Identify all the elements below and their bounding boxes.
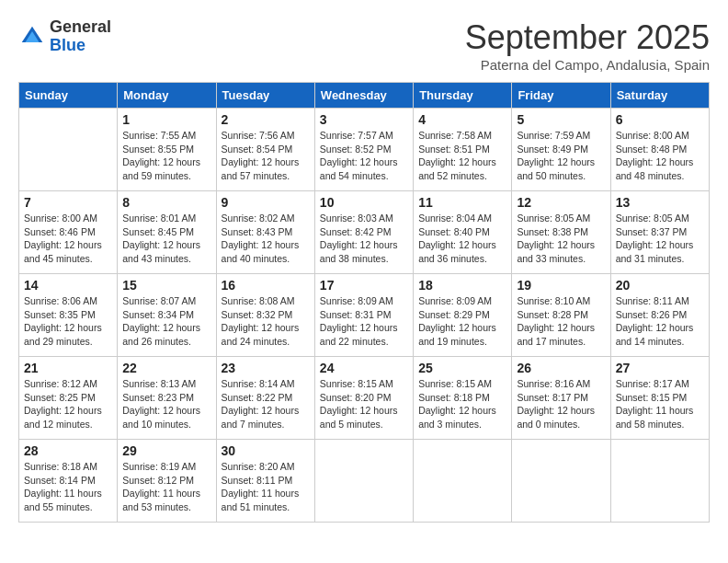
week-row-2: 7Sunrise: 8:00 AM Sunset: 8:46 PM Daylig… xyxy=(19,191,710,274)
logo: General Blue xyxy=(18,18,111,55)
day-number: 28 xyxy=(24,443,112,458)
day-info: Sunrise: 8:00 AM Sunset: 8:48 PM Dayligh… xyxy=(616,129,704,183)
day-cell: 13Sunrise: 8:05 AM Sunset: 8:37 PM Dayli… xyxy=(610,191,709,274)
day-cell xyxy=(610,440,709,523)
day-cell: 6Sunrise: 8:00 AM Sunset: 8:48 PM Daylig… xyxy=(610,109,709,191)
day-cell: 20Sunrise: 8:11 AM Sunset: 8:26 PM Dayli… xyxy=(610,274,709,357)
day-number: 10 xyxy=(320,195,408,210)
day-number: 11 xyxy=(418,195,506,210)
day-info: Sunrise: 8:15 AM Sunset: 8:20 PM Dayligh… xyxy=(320,377,408,431)
day-info: Sunrise: 8:02 AM Sunset: 8:43 PM Dayligh… xyxy=(222,212,310,266)
day-cell xyxy=(314,440,413,523)
day-info: Sunrise: 8:10 AM Sunset: 8:28 PM Dayligh… xyxy=(517,294,605,349)
week-row-4: 21Sunrise: 8:12 AM Sunset: 8:25 PM Dayli… xyxy=(19,357,710,440)
day-cell: 15Sunrise: 8:07 AM Sunset: 8:34 PM Dayli… xyxy=(118,274,216,357)
day-cell: 9Sunrise: 8:02 AM Sunset: 8:43 PM Daylig… xyxy=(216,191,314,274)
column-header-friday: Friday xyxy=(512,83,610,109)
location-subtitle: Paterna del Campo, Andalusia, Spain xyxy=(465,57,710,73)
day-info: Sunrise: 8:05 AM Sunset: 8:37 PM Dayligh… xyxy=(616,212,704,266)
day-info: Sunrise: 7:57 AM Sunset: 8:52 PM Dayligh… xyxy=(320,129,408,183)
day-cell: 10Sunrise: 8:03 AM Sunset: 8:42 PM Dayli… xyxy=(314,191,413,274)
day-number: 25 xyxy=(418,361,506,375)
day-cell: 1Sunrise: 7:55 AM Sunset: 8:55 PM Daylig… xyxy=(118,109,216,191)
day-cell: 14Sunrise: 8:06 AM Sunset: 8:35 PM Dayli… xyxy=(19,274,118,357)
day-number: 19 xyxy=(517,278,605,293)
day-number: 15 xyxy=(122,278,210,293)
day-info: Sunrise: 8:14 AM Sunset: 8:22 PM Dayligh… xyxy=(222,377,310,431)
day-number: 13 xyxy=(616,195,704,210)
week-row-1: 1Sunrise: 7:55 AM Sunset: 8:55 PM Daylig… xyxy=(19,109,710,191)
day-cell: 4Sunrise: 7:58 AM Sunset: 8:51 PM Daylig… xyxy=(414,109,512,191)
day-number: 5 xyxy=(517,112,605,127)
day-info: Sunrise: 8:15 AM Sunset: 8:18 PM Dayligh… xyxy=(418,377,506,431)
day-cell: 16Sunrise: 8:08 AM Sunset: 8:32 PM Dayli… xyxy=(216,274,314,357)
day-cell: 26Sunrise: 8:16 AM Sunset: 8:17 PM Dayli… xyxy=(512,357,610,440)
day-number: 29 xyxy=(122,443,210,458)
logo-text: General Blue xyxy=(50,18,111,55)
day-cell: 30Sunrise: 8:20 AM Sunset: 8:11 PM Dayli… xyxy=(216,440,314,523)
day-number: 9 xyxy=(222,195,310,210)
page-header: General Blue September 2025 Paterna del … xyxy=(18,18,710,73)
week-row-5: 28Sunrise: 8:18 AM Sunset: 8:14 PM Dayli… xyxy=(19,440,710,523)
day-cell xyxy=(414,440,512,523)
day-info: Sunrise: 7:55 AM Sunset: 8:55 PM Dayligh… xyxy=(122,129,210,183)
day-number: 26 xyxy=(517,361,605,375)
calendar-table: SundayMondayTuesdayWednesdayThursdayFrid… xyxy=(18,82,710,523)
column-header-wednesday: Wednesday xyxy=(314,83,413,109)
day-cell: 29Sunrise: 8:19 AM Sunset: 8:12 PM Dayli… xyxy=(118,440,216,523)
day-info: Sunrise: 8:00 AM Sunset: 8:46 PM Dayligh… xyxy=(24,212,112,266)
day-cell: 22Sunrise: 8:13 AM Sunset: 8:23 PM Dayli… xyxy=(118,357,216,440)
day-number: 7 xyxy=(24,195,112,210)
day-info: Sunrise: 8:09 AM Sunset: 8:31 PM Dayligh… xyxy=(320,294,408,349)
day-number: 24 xyxy=(320,361,408,375)
day-cell: 18Sunrise: 8:09 AM Sunset: 8:29 PM Dayli… xyxy=(414,274,512,357)
month-title: September 2025 xyxy=(465,18,710,57)
day-number: 2 xyxy=(222,112,310,127)
day-number: 6 xyxy=(616,112,704,127)
day-info: Sunrise: 8:13 AM Sunset: 8:23 PM Dayligh… xyxy=(122,377,210,431)
day-info: Sunrise: 8:03 AM Sunset: 8:42 PM Dayligh… xyxy=(320,212,408,266)
day-cell: 28Sunrise: 8:18 AM Sunset: 8:14 PM Dayli… xyxy=(19,440,118,523)
column-header-monday: Monday xyxy=(118,83,216,109)
day-info: Sunrise: 8:12 AM Sunset: 8:25 PM Dayligh… xyxy=(24,377,112,431)
week-row-3: 14Sunrise: 8:06 AM Sunset: 8:35 PM Dayli… xyxy=(19,274,710,357)
day-cell: 17Sunrise: 8:09 AM Sunset: 8:31 PM Dayli… xyxy=(314,274,413,357)
column-header-sunday: Sunday xyxy=(19,83,118,109)
day-number: 4 xyxy=(418,112,506,127)
day-cell: 25Sunrise: 8:15 AM Sunset: 8:18 PM Dayli… xyxy=(414,357,512,440)
title-block: September 2025 Paterna del Campo, Andalu… xyxy=(465,18,710,73)
day-info: Sunrise: 7:56 AM Sunset: 8:54 PM Dayligh… xyxy=(222,129,310,183)
day-cell: 12Sunrise: 8:05 AM Sunset: 8:38 PM Dayli… xyxy=(512,191,610,274)
day-cell xyxy=(19,109,118,191)
day-info: Sunrise: 8:07 AM Sunset: 8:34 PM Dayligh… xyxy=(122,294,210,349)
day-info: Sunrise: 8:18 AM Sunset: 8:14 PM Dayligh… xyxy=(24,460,112,514)
day-number: 23 xyxy=(222,361,310,375)
column-header-thursday: Thursday xyxy=(414,83,512,109)
day-cell: 21Sunrise: 8:12 AM Sunset: 8:25 PM Dayli… xyxy=(19,357,118,440)
day-cell: 8Sunrise: 8:01 AM Sunset: 8:45 PM Daylig… xyxy=(118,191,216,274)
logo-icon xyxy=(18,23,46,51)
day-info: Sunrise: 7:58 AM Sunset: 8:51 PM Dayligh… xyxy=(418,129,506,183)
day-info: Sunrise: 8:11 AM Sunset: 8:26 PM Dayligh… xyxy=(616,294,704,349)
day-number: 16 xyxy=(222,278,310,293)
day-info: Sunrise: 8:05 AM Sunset: 8:38 PM Dayligh… xyxy=(517,212,605,266)
day-number: 14 xyxy=(24,278,112,293)
day-cell: 5Sunrise: 7:59 AM Sunset: 8:49 PM Daylig… xyxy=(512,109,610,191)
day-number: 21 xyxy=(24,361,112,375)
column-header-tuesday: Tuesday xyxy=(216,83,314,109)
day-number: 12 xyxy=(517,195,605,210)
day-number: 27 xyxy=(616,361,704,375)
day-number: 8 xyxy=(122,195,210,210)
day-info: Sunrise: 8:08 AM Sunset: 8:32 PM Dayligh… xyxy=(222,294,310,349)
day-cell: 11Sunrise: 8:04 AM Sunset: 8:40 PM Dayli… xyxy=(414,191,512,274)
day-number: 22 xyxy=(122,361,210,375)
day-info: Sunrise: 8:06 AM Sunset: 8:35 PM Dayligh… xyxy=(24,294,112,349)
day-cell: 7Sunrise: 8:00 AM Sunset: 8:46 PM Daylig… xyxy=(19,191,118,274)
day-cell: 19Sunrise: 8:10 AM Sunset: 8:28 PM Dayli… xyxy=(512,274,610,357)
day-number: 20 xyxy=(616,278,704,293)
day-info: Sunrise: 8:17 AM Sunset: 8:15 PM Dayligh… xyxy=(616,377,704,431)
day-number: 18 xyxy=(418,278,506,293)
day-number: 3 xyxy=(320,112,408,127)
column-header-saturday: Saturday xyxy=(610,83,709,109)
day-cell: 27Sunrise: 8:17 AM Sunset: 8:15 PM Dayli… xyxy=(610,357,709,440)
